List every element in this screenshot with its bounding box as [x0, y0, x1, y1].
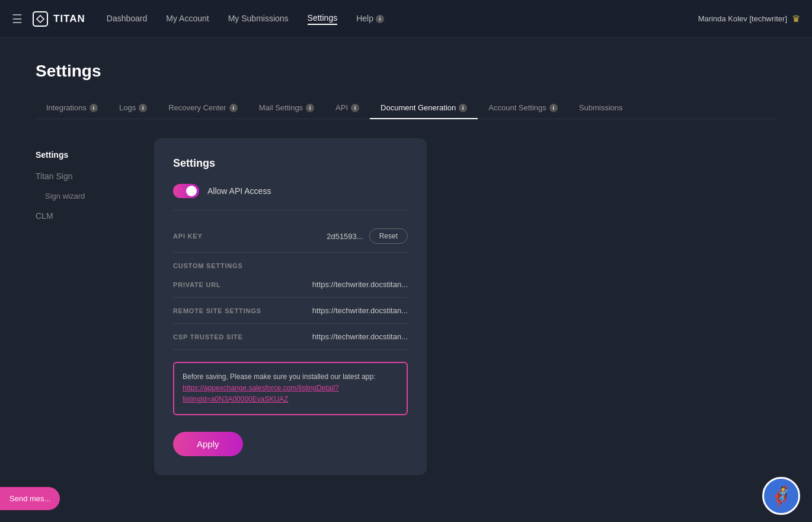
csp-value: https://techwriter.docstitan...: [312, 332, 408, 341]
remote-site-row: REMOTE SITE SETTINGS https://techwriter.…: [173, 298, 408, 324]
send-message-label: Send mes...: [9, 494, 50, 503]
notice-box: Before saving, Please make sure you inst…: [173, 362, 408, 415]
toggle-label: Allow API Access: [207, 186, 271, 196]
private-url-row: PRIVATE URL https://techwriter.docstitan…: [173, 272, 408, 298]
api-info-icon: i: [351, 104, 359, 112]
csp-label: CSP TRUSTED SITE: [173, 333, 243, 340]
send-message-bubble[interactable]: Send mes...: [0, 487, 60, 510]
mascot-avatar[interactable]: 🦸: [762, 477, 800, 515]
logo-text: TITAN: [53, 13, 85, 25]
reset-button[interactable]: Reset: [369, 228, 408, 244]
nav-my-submissions[interactable]: My Submissions: [228, 14, 289, 24]
accsettings-info-icon: i: [549, 104, 558, 112]
notice-text: Before saving, Please make sure you inst…: [183, 373, 376, 381]
nav-links: Dashboard My Account My Submissions Sett…: [107, 13, 698, 25]
card-title: Settings: [173, 157, 408, 170]
api-key-row: API KEY 2d51593... Reset: [173, 220, 408, 253]
page-content: Settings Integrations i Logs i Recovery …: [0, 38, 812, 499]
settings-card: Settings Allow API Access API KEY 2d5159…: [154, 138, 427, 475]
crown-icon: ♛: [792, 13, 800, 24]
nav-my-account[interactable]: My Account: [166, 14, 209, 24]
notice-link[interactable]: https://appexchange.salesforce.com/listi…: [183, 384, 338, 403]
sidebar-item-settings[interactable]: Settings: [36, 144, 154, 165]
tab-document-generation[interactable]: Document Generation i: [370, 97, 478, 119]
tab-account-settings[interactable]: Account Settings i: [478, 97, 568, 119]
sidebar-item-sign-wizard[interactable]: Sign wizard: [36, 187, 154, 205]
recovery-info-icon: i: [229, 104, 238, 112]
docgen-info-icon: i: [459, 104, 467, 112]
tab-api[interactable]: API i: [325, 97, 370, 119]
api-key-value-group: 2d51593... Reset: [327, 228, 408, 244]
svg-rect-0: [33, 12, 47, 26]
nav-settings[interactable]: Settings: [308, 13, 338, 25]
tab-recovery-center[interactable]: Recovery Center i: [158, 97, 248, 119]
remote-site-label: REMOTE SITE SETTINGS: [173, 307, 261, 314]
tab-submissions[interactable]: Submissions: [568, 97, 634, 119]
integrations-info-icon: i: [89, 104, 98, 112]
titan-logo-icon: [32, 11, 49, 27]
help-info-icon: i: [376, 15, 384, 23]
user-info: Marinda Kolev [techwriter] ♛: [698, 13, 800, 24]
api-key-value: 2d51593...: [327, 232, 363, 241]
tab-mail-settings[interactable]: Mail Settings i: [248, 97, 325, 119]
settings-tabs: Integrations i Logs i Recovery Center i …: [36, 97, 776, 119]
hamburger-icon[interactable]: ☰: [12, 12, 23, 26]
apply-button[interactable]: Apply: [173, 432, 243, 456]
api-key-label: API KEY: [173, 233, 203, 240]
sidebar-item-titan-sign[interactable]: Titan Sign: [36, 165, 154, 187]
toggle-row: Allow API Access: [173, 184, 408, 198]
csp-row: CSP TRUSTED SITE https://techwriter.docs…: [173, 324, 408, 350]
logo: TITAN: [32, 11, 85, 27]
tab-logs[interactable]: Logs i: [108, 97, 158, 119]
nav-help-label[interactable]: Help: [356, 14, 373, 24]
sidebar-item-clm[interactable]: CLM: [36, 205, 154, 227]
logs-info-icon: i: [139, 104, 147, 112]
topnav: ☰ TITAN Dashboard My Account My Submissi…: [0, 0, 812, 38]
username-label: Marinda Kolev [techwriter]: [698, 14, 787, 23]
api-access-toggle[interactable]: [173, 184, 199, 198]
private-url-label: PRIVATE URL: [173, 281, 221, 288]
page-title: Settings: [36, 62, 776, 81]
mail-info-icon: i: [306, 104, 314, 112]
main-layout: Settings Titan Sign Sign wizard CLM Sett…: [36, 138, 776, 475]
remote-site-value: https://techwriter.docstitan...: [312, 306, 408, 315]
tab-integrations[interactable]: Integrations i: [36, 97, 108, 119]
private-url-value: https://techwriter.docstitan...: [312, 280, 408, 289]
nav-help[interactable]: Help i: [356, 14, 384, 24]
divider-1: [173, 210, 408, 211]
custom-settings-label: CUSTOM SETTINGS: [173, 262, 408, 269]
nav-dashboard[interactable]: Dashboard: [107, 14, 148, 24]
sidebar: Settings Titan Sign Sign wizard CLM: [36, 138, 154, 475]
